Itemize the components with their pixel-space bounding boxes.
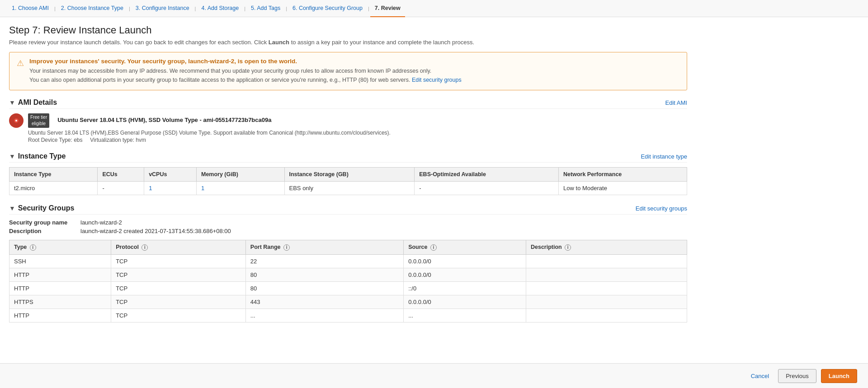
warning-title: Improve your instances' security. Your s… — [29, 58, 462, 65]
wizard-step-choose-instance-type[interactable]: 2. Choose Instance Type — [57, 0, 128, 17]
security-groups-title: ▼ Security Groups — [9, 204, 74, 212]
col-sg-port: Port Range i — [245, 240, 403, 255]
col-sg-source: Source i — [404, 240, 526, 255]
page-title: Step 7: Review Instance Launch — [9, 24, 687, 36]
sg-desc-cell — [526, 309, 687, 322]
sg-type-cell: HTTP — [9, 268, 111, 281]
vcpus-link[interactable]: 1 — [149, 185, 152, 192]
wizard-nav: 1. Choose AMI | 2. Choose Instance Type … — [0, 0, 868, 17]
security-groups-header: ▼ Security Groups Edit security groups — [9, 204, 687, 215]
col-network: Network Performance — [559, 168, 687, 182]
warning-body: Your instances may be accessible from an… — [29, 66, 462, 84]
protocol-info-icon: i — [142, 244, 148, 251]
sg-protocol-cell: TCP — [111, 281, 246, 295]
ami-meta: Root Device Type: ebs Virtualization typ… — [28, 137, 391, 143]
source-info-icon: i — [430, 244, 437, 251]
edit-security-groups-link-warning[interactable]: Edit security groups — [412, 77, 462, 83]
svg-point-2 — [15, 120, 17, 122]
sg-type-cell: HTTP — [9, 281, 111, 295]
sg-type-cell: HTTP — [9, 309, 111, 322]
ami-details-title: ▼ AMI Details — [9, 98, 57, 107]
sg-type-cell: HTTPS — [9, 295, 111, 309]
ami-row: Free tier eligible Ubuntu Server 18.04 L… — [9, 113, 687, 143]
sg-description-row: Description launch-wizard-2 created 2021… — [9, 228, 687, 234]
col-sg-type: Type i — [9, 240, 111, 255]
table-row: SSH TCP 22 0.0.0.0/0 — [9, 254, 687, 268]
cancel-button[interactable]: Cancel — [746, 369, 774, 383]
ami-icon — [9, 113, 24, 128]
page-subtitle: Please review your instance launch detai… — [9, 39, 687, 46]
ami-details-header: ▼ AMI Details Edit AMI — [9, 98, 687, 109]
sg-desc-cell — [526, 268, 687, 281]
sg-port-cell: 22 — [245, 254, 403, 268]
sg-type-cell: SSH — [9, 254, 111, 268]
sg-name-row: Security group name launch-wizard-2 — [9, 219, 687, 226]
sg-protocol-cell: TCP — [111, 295, 246, 309]
sg-port-cell: 80 — [245, 268, 403, 281]
table-row: HTTP TCP 80 ::/0 — [9, 281, 687, 295]
ami-details-toggle[interactable]: ▼ — [9, 99, 15, 106]
col-instance-type: Instance Type — [9, 168, 98, 182]
sg-desc-cell — [526, 295, 687, 309]
sg-source-cell: 0.0.0.0/0 — [404, 295, 526, 309]
ami-info: Free tier eligible Ubuntu Server 18.04 L… — [28, 113, 391, 143]
col-memory: Memory (GiB) — [196, 168, 284, 182]
sg-meta: Security group name launch-wizard-2 Desc… — [9, 219, 687, 234]
col-vcpus: vCPUs — [144, 168, 197, 182]
free-tier-badge: Free tier eligible — [28, 113, 49, 128]
table-row: HTTP TCP ... ... — [9, 309, 687, 322]
instance-type-title: ▼ Instance Type — [9, 152, 66, 160]
wizard-step-add-tags[interactable]: 5. Add Tags — [246, 0, 285, 17]
previous-button[interactable]: Previous — [778, 369, 816, 383]
wizard-step-configure-security-group[interactable]: 6. Configure Security Group — [288, 0, 367, 17]
sg-desc-cell — [526, 281, 687, 295]
cell-vcpus: 1 — [144, 182, 197, 195]
cell-memory: 1 — [196, 182, 284, 195]
instance-type-header: ▼ Instance Type Edit instance type — [9, 152, 687, 163]
security-groups-section: ▼ Security Groups Edit security groups S… — [9, 204, 687, 323]
type-info-icon: i — [30, 244, 36, 251]
wizard-step-add-storage[interactable]: 4. Add Storage — [197, 0, 243, 17]
sg-protocol-cell: TCP — [111, 309, 246, 322]
instance-type-table-header: Instance Type ECUs vCPUs Memory (GiB) In… — [9, 168, 687, 182]
cell-ebs-opt: - — [415, 182, 559, 195]
launch-button[interactable]: Launch — [821, 369, 857, 383]
wizard-step-choose-ami[interactable]: 1. Choose AMI — [7, 0, 53, 17]
ami-name: Ubuntu Server 18.04 LTS (HVM), SSD Volum… — [57, 117, 271, 123]
port-info-icon: i — [283, 244, 290, 251]
sg-table-header: Type i Protocol i Port Range i Source i — [9, 240, 687, 255]
col-ecus: ECUs — [98, 168, 144, 182]
instance-type-toggle[interactable]: ▼ — [9, 153, 15, 160]
wizard-step-configure-instance[interactable]: 3. Configure Instance — [131, 0, 194, 17]
cell-storage: EBS only — [284, 182, 415, 195]
warning-content: Improve your instances' security. Your s… — [29, 58, 462, 84]
memory-link[interactable]: 1 — [201, 185, 204, 192]
instance-type-table: Instance Type ECUs vCPUs Memory (GiB) In… — [9, 167, 687, 195]
col-ebs-opt: EBS-Optimized Available — [415, 168, 559, 182]
sg-protocol-cell: TCP — [111, 268, 246, 281]
sg-desc-cell — [526, 254, 687, 268]
col-sg-protocol: Protocol i — [111, 240, 246, 255]
table-row: t2.micro - 1 1 EBS only - Low to Moderat… — [9, 182, 687, 195]
col-sg-desc: Description i — [526, 240, 687, 255]
desc-info-icon: i — [565, 244, 571, 251]
security-groups-toggle[interactable]: ▼ — [9, 205, 15, 212]
cell-ecus: - — [98, 182, 144, 195]
edit-security-groups-link[interactable]: Edit security groups — [636, 205, 687, 212]
main-content: Step 7: Review Instance Launch Please re… — [0, 17, 696, 368]
sg-source-cell: 0.0.0.0/0 — [404, 254, 526, 268]
sg-source-cell: ... — [404, 309, 526, 322]
col-storage: Instance Storage (GB) — [284, 168, 415, 182]
instance-type-section: ▼ Instance Type Edit instance type Insta… — [9, 152, 687, 195]
sg-port-cell: 80 — [245, 281, 403, 295]
sg-port-cell: 443 — [245, 295, 403, 309]
edit-instance-type-link[interactable]: Edit instance type — [641, 153, 687, 160]
sg-source-cell: 0.0.0.0/0 — [404, 268, 526, 281]
cell-type: t2.micro — [9, 182, 98, 195]
cell-network: Low to Moderate — [559, 182, 687, 195]
sg-protocol-cell: TCP — [111, 254, 246, 268]
wizard-step-review: 7. Review — [370, 0, 405, 17]
sg-port-cell: ... — [245, 309, 403, 322]
warning-icon: ⚠ — [17, 58, 24, 68]
edit-ami-link[interactable]: Edit AMI — [665, 99, 687, 106]
